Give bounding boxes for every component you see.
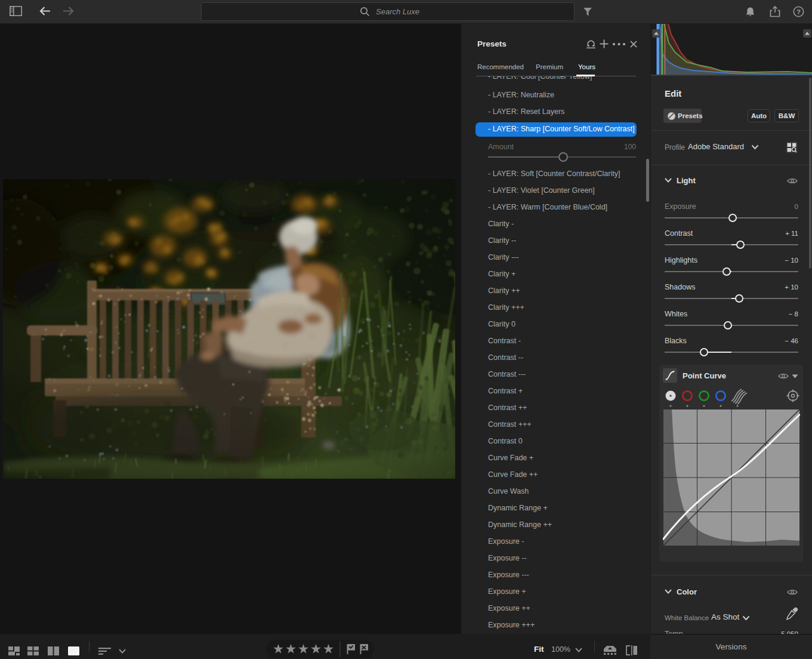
svg-text:?: ?	[796, 8, 801, 16]
